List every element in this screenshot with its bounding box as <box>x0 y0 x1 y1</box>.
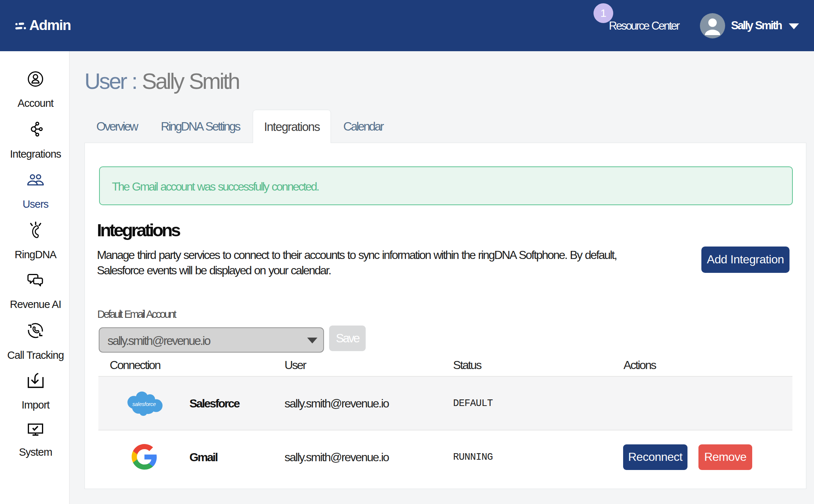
svg-text:salesforce: salesforce <box>132 401 156 407</box>
